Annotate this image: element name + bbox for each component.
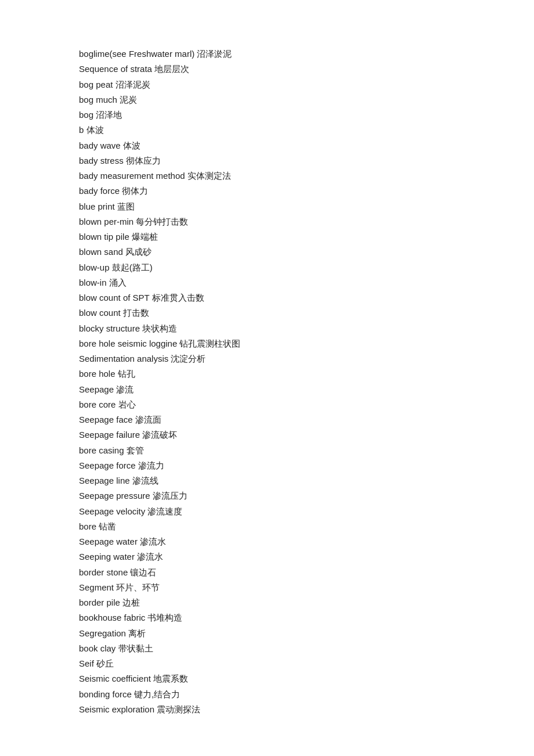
list-item: Segment 环片、环节 — [79, 580, 455, 595]
list-item: blown sand 风成砂 — [79, 244, 455, 260]
list-item: Seismic coefficient 地震系数 — [79, 671, 455, 686]
list-item: Seepage velocity 渗流速度 — [79, 504, 455, 519]
list-item: bady measurement method 实体测定法 — [79, 168, 455, 183]
list-item: Sequence of strata 地层层次 — [79, 62, 455, 77]
list-item: blow-up 鼓起(路工) — [79, 260, 455, 275]
list-item: boglime(see Freshwater marl) 沼泽淤泥 — [79, 46, 455, 62]
list-item: blow-in 涌入 — [79, 275, 455, 290]
list-item: blue print 蓝图 — [79, 199, 455, 214]
list-item: bog 沼泽地 — [79, 107, 455, 123]
list-item: bore hole 钻孔 — [79, 366, 455, 381]
list-item: bookhouse fabric 书堆构造 — [79, 610, 455, 625]
list-item: bady wave 体波 — [79, 138, 455, 153]
list-item: bonding force 键力,结合力 — [79, 687, 455, 702]
list-item: Seepage line 渗流线 — [79, 473, 455, 488]
list-item: Seepage force 渗流力 — [79, 458, 455, 473]
list-item: Seif 砂丘 — [79, 656, 455, 671]
list-item: blow count of SPT 标准贯入击数 — [79, 290, 455, 305]
list-item: bog peat 沼泽泥炭 — [79, 77, 455, 92]
list-item: Segregation 离析 — [79, 626, 455, 641]
list-item: b 体波 — [79, 123, 455, 138]
list-item: bore casing 套管 — [79, 443, 455, 458]
list-item: Seeping water 渗流水 — [79, 549, 455, 564]
list-item: bady stress 彻体应力 — [79, 153, 455, 168]
list-item: bore 钻凿 — [79, 519, 455, 534]
list-item: border pile 边桩 — [79, 595, 455, 610]
list-item: bore hole seismic loggine 钻孔震测柱状图 — [79, 336, 455, 351]
list-item: Seismic exploration 震动测探法 — [79, 702, 455, 717]
list-item: Seepage pressure 渗流压力 — [79, 488, 455, 503]
list-item: blown tip pile 爆端桩 — [79, 229, 455, 244]
list-item: bady force 彻体力 — [79, 183, 455, 199]
list-item: border stone 镶边石 — [79, 565, 455, 580]
list-item: Sedimentation analysis 沈淀分析 — [79, 351, 455, 366]
glossary-list: boglime(see Freshwater marl) 沼泽淤泥Sequenc… — [79, 46, 455, 717]
list-item: blocky structure 块状构造 — [79, 321, 455, 336]
list-item: bog much 泥炭 — [79, 92, 455, 107]
list-item: Seepage face 渗流面 — [79, 412, 455, 427]
list-item: bore core 岩心 — [79, 397, 455, 412]
list-item: blown per-min 每分钟打击数 — [79, 214, 455, 229]
list-item: Seepage failure 渗流破坏 — [79, 427, 455, 442]
list-item: blow count 打击数 — [79, 305, 455, 321]
list-item: Seepage water 渗流水 — [79, 534, 455, 549]
list-item: Seepage 渗流 — [79, 382, 455, 397]
list-item: book clay 带状黏土 — [79, 641, 455, 656]
